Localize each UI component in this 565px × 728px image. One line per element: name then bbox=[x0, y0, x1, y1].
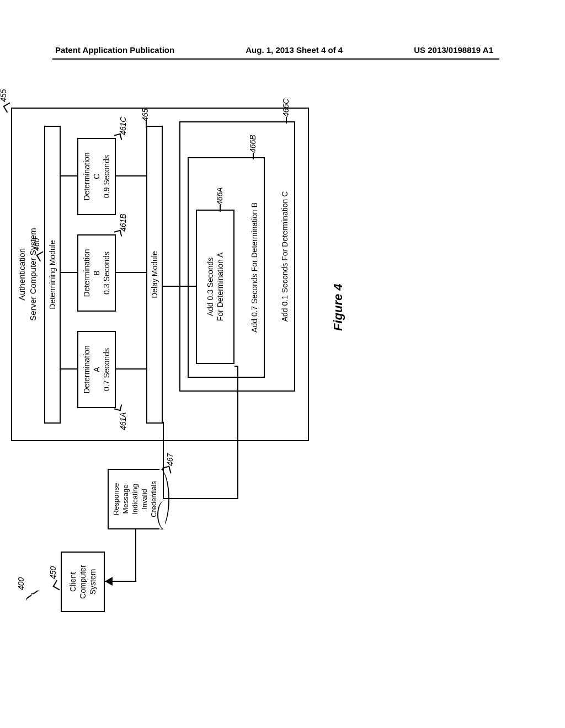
page-header: Patent Application Publication Aug. 1, 2… bbox=[0, 45, 565, 55]
connector bbox=[116, 368, 146, 370]
arrow-line bbox=[135, 529, 136, 582]
ref-455: 455 bbox=[0, 89, 8, 102]
header-rule bbox=[52, 58, 499, 60]
ref-465: 465 bbox=[141, 109, 150, 121]
connector bbox=[61, 368, 77, 370]
ref-450: 450 bbox=[49, 566, 57, 579]
det-b-label: Determination B 0.3 Seconds bbox=[82, 249, 112, 297]
add-a-box: Add 0.3 Seconds For Determination A bbox=[196, 210, 234, 364]
determination-a-box: Determination A 0.7 Seconds bbox=[77, 331, 116, 408]
connector bbox=[61, 175, 77, 176]
add-a-label: Add 0.3 Seconds For Determination A bbox=[205, 253, 225, 322]
delay-box: Delay Module bbox=[146, 126, 163, 424]
connector bbox=[61, 272, 77, 273]
connector bbox=[237, 367, 238, 499]
brace-icon: ︷ bbox=[21, 582, 42, 601]
ref-467: 467 bbox=[166, 453, 174, 466]
arrowhead-icon bbox=[105, 577, 113, 586]
figure-area: 400 ︷ Client Computer System 450 Respons… bbox=[28, 143, 535, 563]
determination-b-box: Determination B 0.3 Seconds bbox=[77, 234, 116, 312]
ref-lead-465 bbox=[146, 121, 147, 128]
client-box: Client Computer System bbox=[61, 552, 105, 612]
determining-label: Determining Module bbox=[47, 240, 57, 309]
connector bbox=[116, 175, 146, 176]
ref-lead-466c bbox=[286, 117, 287, 124]
add-c-label: Add 0.1 Seconds For Determination C bbox=[280, 122, 290, 390]
header-left: Patent Application Publication bbox=[55, 45, 174, 55]
ref-461b: 461B bbox=[119, 213, 127, 232]
header-right: US 2013/0198819 A1 bbox=[414, 45, 493, 55]
client-label: Client Computer System bbox=[68, 565, 98, 598]
det-c-label: Determination C 0.9 Seconds bbox=[82, 152, 112, 200]
connector bbox=[163, 422, 164, 499]
ref-466a: 466A bbox=[215, 187, 224, 205]
connector bbox=[163, 498, 237, 499]
connector bbox=[234, 366, 238, 367]
figure-caption: Figure 4 bbox=[331, 283, 345, 331]
determining-box: Determining Module bbox=[44, 126, 61, 424]
ref-466b: 466B bbox=[248, 135, 257, 153]
response-label: Response Message Indicating Invalid Cred… bbox=[112, 481, 158, 517]
ref-lead-466b bbox=[253, 153, 254, 159]
connector bbox=[163, 286, 196, 287]
header-middle: Aug. 1, 2013 Sheet 4 of 4 bbox=[246, 45, 343, 55]
response-doc: Response Message Indicating Invalid Cred… bbox=[108, 469, 163, 529]
det-a-label: Determination A 0.7 Seconds bbox=[82, 345, 112, 393]
ref-466c: 466C bbox=[281, 99, 290, 117]
determination-c-box: Determination C 0.9 Seconds bbox=[77, 138, 116, 215]
ref-461c: 461C bbox=[119, 117, 127, 135]
ref-460: 460 bbox=[32, 238, 41, 251]
connector bbox=[116, 272, 146, 273]
add-b-label: Add 0.7 Seconds For Determination B bbox=[249, 158, 259, 377]
delay-label: Delay Module bbox=[150, 251, 159, 298]
ref-lead-466a bbox=[220, 205, 221, 212]
ref-461a: 461A bbox=[119, 412, 127, 430]
server-title: Authentication Server Computer System bbox=[17, 109, 38, 440]
